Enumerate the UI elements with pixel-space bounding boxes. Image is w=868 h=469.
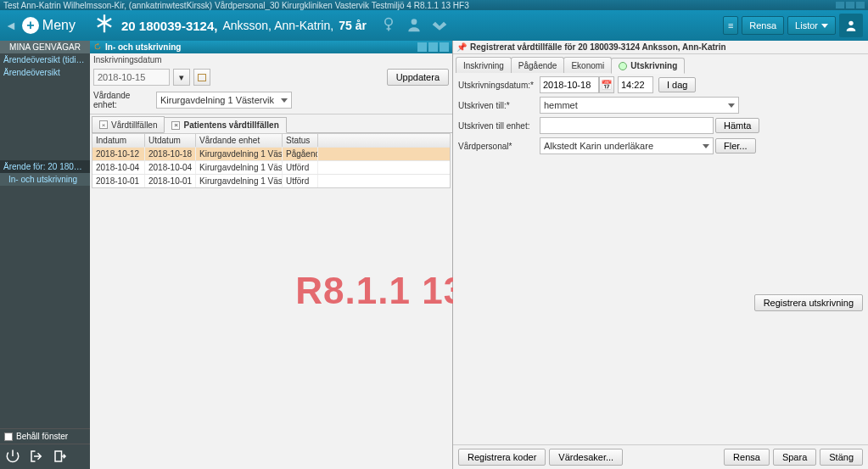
- app-header: ◄ + Meny 20 180039-3124, Anksson, Ann-Ka…: [0, 10, 868, 41]
- sidebar-open-inut[interactable]: In- och utskrivning: [0, 173, 90, 186]
- keep-window-row[interactable]: Behåll fönster: [0, 428, 90, 444]
- utskriven-enhet-label: Utskriven till enhet:: [458, 121, 540, 131]
- reload-icon[interactable]: [93, 42, 102, 53]
- sidebar: MINA GENVÄGAR Ärendeöversikt (tidigare v…: [0, 41, 90, 469]
- cell-status: Pågående: [283, 148, 318, 160]
- sidebar-link-arendeoversikt-old[interactable]: Ärendeöversikt (tidigare version): [0, 53, 90, 66]
- tab-label: Patientens vårdtillfällen: [183, 120, 278, 130]
- vardande-enhet-label: Vårdande enhet:: [93, 91, 153, 109]
- handshake-icon: [431, 16, 448, 36]
- uttime-input[interactable]: [618, 76, 653, 93]
- registrera-koder-button[interactable]: Registrera koder: [458, 449, 546, 466]
- sidebar-open-arende[interactable]: Ärende för: 20 180039-3124 * ...: [0, 160, 90, 173]
- registrera-utskrivning-button[interactable]: Registrera utskrivning: [754, 294, 863, 311]
- spara-label: Spara: [782, 452, 807, 462]
- col-status[interactable]: Status: [283, 134, 318, 147]
- rensa-button-footer[interactable]: Rensa: [724, 449, 770, 466]
- tab-vardtillfallen[interactable]: ×Vårdtillfällen: [92, 116, 165, 132]
- sidebar-link-arendeoversikt[interactable]: Ärendeöversikt: [0, 66, 90, 79]
- menu-button[interactable]: + Meny: [22, 17, 76, 34]
- vardtillfallen-grid: Indatum Utdatum Vårdande enhet Status 20…: [92, 133, 451, 188]
- rensa-button[interactable]: Rensa: [742, 16, 784, 35]
- logout-icon[interactable]: [29, 449, 44, 466]
- vardande-enhet-value2: Kirurgavdelning 1 Västervik: [160, 95, 274, 105]
- calendar-icon[interactable]: 📅: [599, 76, 614, 93]
- left-pane: In- och utskrivning Inskrivningsdatum ▾ …: [90, 41, 453, 469]
- right-pane: 📌 Registrerat vårdtillfälle för 20 18003…: [453, 41, 868, 469]
- vardesaker-button[interactable]: Värdesaker...: [549, 449, 623, 466]
- fler-label: Fler...: [724, 141, 748, 151]
- registered-title: Registrerat vårdtillfälle för 20 180039-…: [470, 42, 726, 52]
- fler-button[interactable]: Fler...: [715, 138, 756, 154]
- cell-enhet: Kirurgavdelning 1 Västervik: [196, 148, 283, 160]
- grid-row[interactable]: 2018-10-12 2018-10-18 Kirurgavdelning 1 …: [92, 147, 450, 160]
- patient-id: 20 180039-3124,: [121, 19, 217, 33]
- tab-pagaende[interactable]: Pågående: [511, 57, 565, 73]
- stang-button[interactable]: Stäng: [820, 449, 863, 466]
- utdatum-input[interactable]: [540, 76, 599, 93]
- grid-row[interactable]: 2018-10-04 2018-10-04 Kirurgavdelning 1 …: [92, 160, 450, 174]
- pane-max-icon[interactable]: [428, 42, 438, 52]
- spara-button[interactable]: Spara: [773, 449, 816, 466]
- cell-in: 2018-10-04: [92, 161, 145, 174]
- date-spinner-icon[interactable]: ▾: [173, 69, 190, 86]
- maximize-icon[interactable]: [846, 2, 854, 8]
- calendar-icon[interactable]: [193, 69, 210, 86]
- window-title-bar: Test Ann-Katrin Wilhelmsson-Kir, (annkat…: [0, 0, 868, 10]
- cell-ut: 2018-10-04: [145, 161, 196, 174]
- reg-koder-label: Registrera koder: [468, 452, 536, 462]
- utdatum-label: Utskrivningsdatum:*: [458, 81, 540, 90]
- exit-icon[interactable]: [53, 449, 68, 466]
- tab-close-icon[interactable]: ×: [171, 121, 180, 130]
- tab-label: Ekonomi: [571, 61, 604, 70]
- status-dot-icon: [619, 62, 627, 70]
- window-title: Test Ann-Katrin Wilhelmsson-Kir, (annkat…: [3, 1, 469, 10]
- tab-inskrivning[interactable]: Inskrivning: [456, 57, 512, 73]
- cell-in: 2018-10-12: [92, 148, 145, 160]
- user-menu-button[interactable]: [839, 14, 863, 37]
- cell-ut: 2018-10-18: [145, 148, 196, 160]
- right-footer: Registrera koder Värdesaker... Rensa Spa…: [453, 444, 868, 469]
- tab-utskrivning[interactable]: Utskrivning: [611, 58, 685, 74]
- hamta-button[interactable]: Hämta: [715, 118, 759, 133]
- vardpersonal-select[interactable]: Alkstedt Karin underläkare: [540, 137, 714, 154]
- tab-label: Utskrivning: [630, 61, 677, 70]
- cell-in: 2018-10-01: [92, 175, 145, 187]
- power-icon[interactable]: [5, 449, 20, 466]
- filter-button[interactable]: ≡: [723, 16, 738, 35]
- utskriven-till-value: hemmet: [544, 100, 578, 110]
- tab-label: Pågående: [518, 61, 557, 70]
- tab-close-icon[interactable]: ×: [99, 120, 108, 129]
- vardande-enhet-select[interactable]: Kirurgavdelning 1 Västervik: [156, 92, 292, 109]
- utskriven-enhet-input[interactable]: [540, 117, 714, 134]
- content-area: R8.1.1 13 HF3 Link2 In- och utskrivning …: [90, 41, 868, 469]
- inskr-date-input[interactable]: [93, 69, 170, 86]
- tab-ekonomi[interactable]: Ekonomi: [563, 57, 612, 73]
- svg-point-1: [412, 19, 417, 25]
- grid-header: Indatum Utdatum Vårdande enhet Status: [92, 134, 450, 147]
- pin-icon: 📌: [456, 42, 467, 52]
- col-enhet[interactable]: Vårdande enhet: [196, 134, 283, 147]
- tab-label: Inskrivning: [463, 61, 504, 70]
- cell-status: Utförd: [283, 161, 318, 174]
- chevron-down-icon: [821, 24, 828, 28]
- listor-label: Listor: [795, 20, 818, 31]
- col-indatum[interactable]: Indatum: [92, 134, 145, 147]
- grid-row[interactable]: 2018-10-01 2018-10-01 Kirurgavdelning 1 …: [92, 174, 450, 187]
- cell-status: Utförd: [283, 175, 318, 187]
- close-icon[interactable]: [856, 2, 865, 8]
- utskriven-till-select[interactable]: hemmet: [540, 97, 739, 114]
- idag-button[interactable]: I dag: [658, 77, 696, 92]
- tab-patientens-vardtillfallen[interactable]: ×Patientens vårdtillfällen: [164, 117, 286, 133]
- minimize-icon[interactable]: [836, 2, 844, 8]
- keep-window-checkbox[interactable]: [4, 433, 13, 441]
- patient-info: 20 180039-3124, Anksson, Ann-Katrin, 75 …: [92, 13, 448, 39]
- col-utdatum[interactable]: Utdatum: [145, 134, 196, 147]
- pane-close-icon[interactable]: [440, 42, 449, 52]
- listor-button[interactable]: Listor: [787, 16, 836, 35]
- uppdatera-button[interactable]: Uppdatera: [387, 69, 449, 86]
- cell-enhet: Kirurgavdelning 1 Västervik: [196, 175, 283, 187]
- pane-min-icon[interactable]: [417, 42, 427, 52]
- vardesaker-label: Värdesaker...: [558, 452, 613, 462]
- back-icon[interactable]: ◄: [5, 19, 17, 32]
